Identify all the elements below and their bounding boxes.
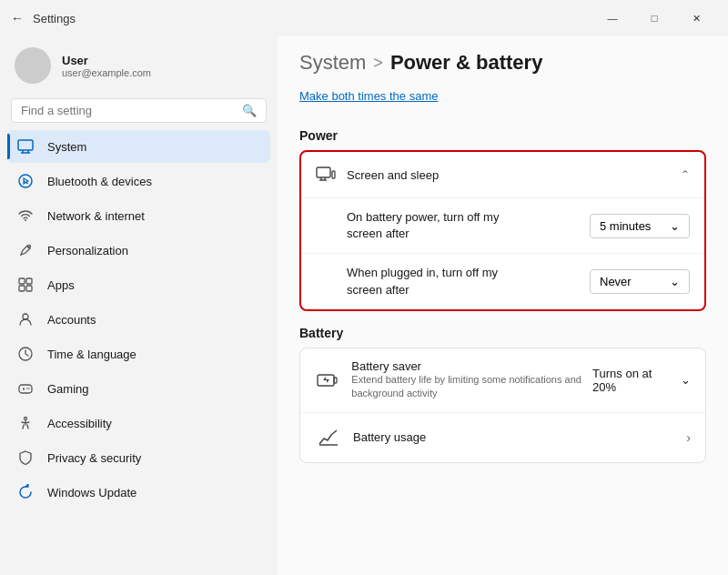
battery-power-dropdown[interactable]: 5 minutes ⌄ [590, 214, 690, 238]
apps-icon [16, 276, 35, 294]
user-sub: user@example.com [62, 67, 151, 78]
privacy-icon [16, 449, 35, 467]
battery-saver-left: Battery saver Extend battery life by lim… [315, 359, 592, 401]
titlebar: ← Settings — □ ✕ [0, 0, 728, 36]
battery-saver-row[interactable]: Battery saver Extend battery life by lim… [300, 348, 705, 413]
battery-section-title: Battery [299, 326, 706, 340]
collapse-icon: ⌃ [681, 168, 690, 181]
personalization-icon [16, 241, 35, 259]
sidebar-user: User user@example.com [0, 36, 278, 98]
screen-sleep-left: Screen and sleep [316, 165, 439, 185]
sidebar-item-label-gaming: Gaming [47, 382, 89, 396]
gaming-icon [16, 379, 35, 398]
sidebar-item-update[interactable]: Windows Update [7, 476, 270, 509]
svg-rect-13 [19, 385, 32, 393]
svg-point-11 [23, 314, 28, 319]
bluetooth-icon [16, 172, 35, 190]
plugged-in-dropdown-value: Never [600, 275, 632, 288]
sidebar-item-apps[interactable]: Apps [7, 268, 270, 301]
battery-text: Battery saver Extend battery life by lim… [351, 359, 592, 401]
battery-saver-expand-icon: ⌄ [681, 373, 691, 387]
battery-power-dropdown-icon: ⌄ [670, 219, 680, 233]
sidebar: User user@example.com 🔍 System Bluetooth… [0, 36, 278, 575]
app-title: Settings [33, 12, 592, 25]
sidebar-item-label-apps: Apps [47, 278, 75, 292]
svg-rect-0 [18, 140, 33, 150]
svg-point-5 [25, 219, 26, 221]
svg-rect-25 [334, 378, 337, 383]
battery-usage-row[interactable]: Battery usage › [300, 413, 705, 462]
sidebar-item-label-bluetooth: Bluetooth & devices [47, 175, 152, 188]
svg-point-16 [26, 388, 28, 389]
svg-point-6 [28, 246, 31, 248]
svg-rect-10 [26, 286, 32, 291]
network-icon [16, 207, 35, 225]
svg-rect-7 [19, 278, 25, 284]
sidebar-item-label-network: Network & internet [47, 209, 145, 223]
svg-point-17 [28, 388, 30, 389]
battery-saver-desc: Extend battery life by limiting some not… [351, 373, 592, 401]
window-controls: — □ ✕ [592, 4, 717, 33]
user-info: User user@example.com [62, 54, 151, 78]
sidebar-item-personalization[interactable]: Personalization [7, 234, 270, 267]
sidebar-item-label-privacy: Privacy & security [47, 451, 141, 465]
search-input[interactable] [21, 104, 235, 117]
plugged-in-dropdown[interactable]: Never ⌄ [590, 269, 690, 294]
accounts-icon [16, 310, 35, 328]
battery-section: Battery Battery saver Ext [299, 326, 706, 463]
screen-sleep-label: Screen and sleep [347, 168, 439, 182]
sidebar-item-accounts[interactable]: Accounts [7, 303, 270, 336]
battery-power-dropdown-value: 5 minutes [600, 219, 651, 233]
power-card: Screen and sleep ⌃ On battery power, tur… [299, 150, 706, 311]
system-icon [16, 137, 35, 156]
battery-card: Battery saver Extend battery life by lim… [299, 348, 706, 463]
maximize-button[interactable]: □ [633, 4, 675, 33]
accessibility-icon [16, 414, 35, 432]
plugged-in-label: When plugged in, turn off my screen afte… [347, 265, 529, 298]
svg-rect-8 [26, 278, 32, 284]
make-same-link[interactable]: Make both times the same [299, 82, 706, 114]
battery-saver-status: Turns on at 20% [592, 367, 673, 394]
sidebar-item-bluetooth[interactable]: Bluetooth & devices [7, 165, 270, 197]
search-box[interactable]: 🔍 [11, 98, 267, 123]
svg-rect-9 [19, 286, 25, 291]
sidebar-item-gaming[interactable]: Gaming [7, 372, 270, 405]
battery-power-label: On battery power, turn off my screen aft… [347, 209, 529, 242]
update-icon [16, 483, 35, 501]
power-section: Power Screen and sleep ⌃ On battery powe… [299, 128, 706, 311]
sidebar-item-time[interactable]: Time & language [7, 338, 270, 370]
sidebar-item-label-accessibility: Accessibility [47, 417, 112, 430]
battery-saver-icon [315, 367, 340, 394]
back-button[interactable]: ← [11, 11, 24, 25]
screen-sleep-row[interactable]: Screen and sleep ⌃ [301, 152, 704, 197]
sidebar-item-label-system: System [47, 140, 86, 154]
sidebar-item-label-time: Time & language [47, 348, 136, 361]
svg-point-4 [19, 175, 32, 187]
breadcrumb-parent: System [299, 51, 366, 75]
svg-rect-23 [332, 171, 335, 178]
minimize-button[interactable]: — [592, 4, 633, 33]
avatar [15, 47, 51, 84]
app-body: User user@example.com 🔍 System Bluetooth… [0, 36, 728, 575]
time-icon [16, 345, 35, 363]
svg-point-18 [25, 418, 27, 420]
sidebar-item-accessibility[interactable]: Accessibility [7, 407, 270, 439]
close-button[interactable]: ✕ [675, 4, 717, 33]
breadcrumb-current: Power & battery [390, 51, 543, 75]
svg-rect-19 [317, 167, 330, 177]
sidebar-item-network[interactable]: Network & internet [7, 199, 270, 232]
sidebar-item-privacy[interactable]: Privacy & security [7, 441, 270, 474]
battery-saver-right: Turns on at 20% ⌄ [592, 367, 691, 394]
plugged-in-row: When plugged in, turn off my screen afte… [301, 254, 704, 308]
sidebar-item-system[interactable]: System [7, 130, 270, 163]
sidebar-item-label-personalization: Personalization [47, 244, 128, 257]
battery-saver-title: Battery saver [351, 359, 592, 373]
plugged-in-dropdown-icon: ⌄ [670, 275, 680, 288]
sidebar-item-label-accounts: Accounts [47, 313, 96, 327]
battery-power-row: On battery power, turn off my screen aft… [301, 198, 704, 254]
screen-sleep-sub-rows: On battery power, turn off my screen aft… [301, 197, 704, 309]
sidebar-item-label-update: Windows Update [47, 486, 136, 499]
screen-sleep-icon [316, 165, 336, 185]
user-name: User [62, 54, 151, 67]
battery-usage-left: Battery usage [315, 424, 426, 451]
